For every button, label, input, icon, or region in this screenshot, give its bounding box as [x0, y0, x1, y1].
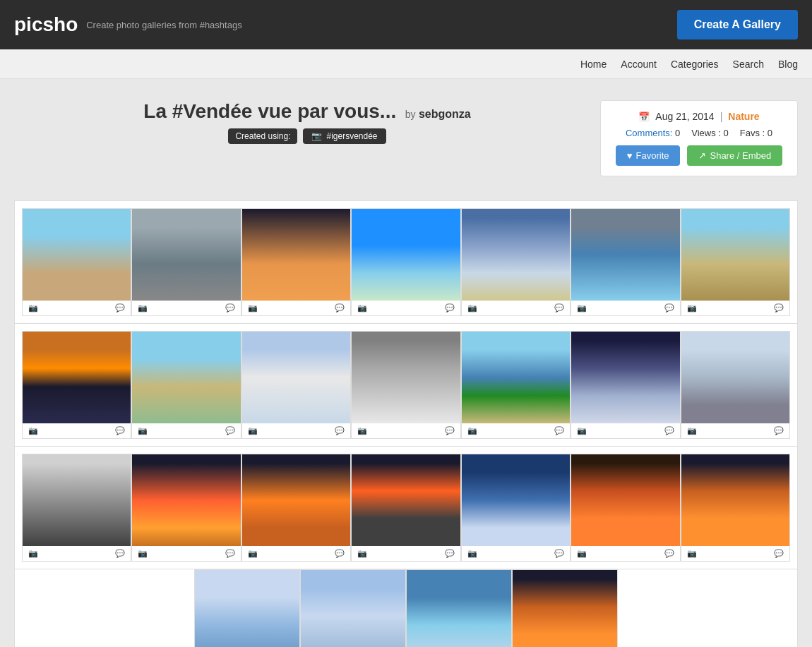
photo-image — [513, 570, 617, 647]
logo-area: picsho Create photo galleries from #hash… — [14, 13, 242, 36]
instagram-icon: 📷 — [467, 303, 477, 313]
photo-cell[interactable]: 📷 💬 — [681, 208, 790, 316]
comment-icon: 💬 — [554, 426, 564, 435]
photo-footer: 📷 💬 — [571, 423, 679, 438]
photo-cell[interactable]: 📷 💬 — [571, 454, 680, 562]
photo-footer: 📷 💬 — [23, 301, 131, 315]
favorite-button[interactable]: ♥ Favorite — [616, 145, 681, 166]
share-label: Share / Embed — [710, 150, 771, 161]
photo-cell[interactable]: 📷 💬 — [571, 331, 680, 439]
photo-image — [242, 209, 350, 301]
photo-image — [242, 332, 350, 423]
comment-icon: 💬 — [774, 549, 784, 558]
share-button[interactable]: ↗ Share / Embed — [687, 145, 782, 166]
create-gallery-button[interactable]: Create A Gallery — [677, 10, 798, 40]
comment-icon: 💬 — [774, 303, 784, 313]
photo-cell[interactable]: 📷 💬 — [241, 331, 351, 439]
instagram-icon: 📷 — [138, 426, 148, 435]
photo-image — [681, 454, 789, 546]
instagram-icon: 📷 — [138, 303, 148, 313]
photo-footer: 📷 💬 — [462, 546, 570, 561]
photo-image — [352, 454, 460, 546]
photo-cell[interactable]: 📷 💬 — [406, 569, 512, 647]
photo-image — [462, 209, 570, 301]
gallery-by-label: by — [405, 109, 416, 120]
photo-image — [571, 332, 679, 423]
nav-home[interactable]: Home — [580, 59, 607, 70]
views-count: 0 — [724, 128, 729, 138]
photo-image — [132, 209, 240, 301]
favorite-label: Favorite — [636, 150, 669, 161]
photo-grid-row3: 📷 💬 📷 💬 📷 💬 📷 💬 — [14, 447, 798, 569]
photo-cell[interactable]: 📷 💬 — [131, 331, 241, 439]
instagram-icon: 📷 — [28, 549, 38, 558]
gallery-title-area: La #Vendée vue par vous... by sebgonza C… — [14, 100, 600, 144]
comment-icon: 💬 — [664, 549, 674, 558]
photo-footer: 📷 💬 — [571, 301, 679, 315]
instagram-icon: 📷 — [357, 426, 367, 435]
photo-cell[interactable]: 📷 💬 — [131, 208, 241, 316]
comment-icon: 💬 — [115, 303, 125, 313]
photo-grid-row2: 📷 💬 📷 💬 📷 💬 📷 💬 — [14, 324, 798, 447]
photo-image — [242, 454, 350, 546]
instagram-icon: 📷 — [28, 303, 38, 313]
instagram-icon: 📷 — [577, 303, 587, 313]
photo-cell[interactable]: 📷 💬 — [461, 208, 571, 316]
comment-icon: 💬 — [335, 303, 345, 313]
meta-top: 📅 Aug 21, 2014 | Nature — [615, 111, 783, 122]
photo-image — [571, 454, 679, 546]
comments-stat: Comments: 0 — [626, 128, 680, 138]
nav-blog[interactable]: Blog — [778, 59, 798, 70]
photo-image — [681, 209, 789, 301]
photo-cell[interactable]: 📷 💬 — [351, 208, 460, 316]
photo-cell[interactable]: 📷 💬 — [300, 569, 406, 647]
instagram-icon: 📷 — [687, 426, 697, 435]
favs-stat: Favs : 0 — [740, 128, 772, 138]
photo-footer: 📷 💬 — [23, 546, 131, 561]
comment-icon: 💬 — [774, 426, 784, 435]
photo-cell[interactable]: 📷 💬 — [22, 331, 131, 439]
meta-category[interactable]: Nature — [728, 111, 759, 122]
comment-icon: 💬 — [115, 549, 125, 558]
photo-cell[interactable]: 📷 💬 — [681, 331, 790, 439]
photo-cell[interactable]: 📷 💬 — [512, 569, 618, 647]
photo-cell[interactable]: 📷 💬 — [22, 208, 131, 316]
photo-cell[interactable]: 📷 💬 — [131, 454, 241, 562]
nav-search[interactable]: Search — [733, 59, 764, 70]
heart-icon: ♥ — [627, 150, 633, 161]
photo-footer: 📷 💬 — [132, 423, 240, 438]
views-label: Views : — [691, 128, 721, 138]
photo-image — [132, 332, 240, 423]
comment-icon: 💬 — [225, 426, 235, 435]
instagram-icon: 📷 — [357, 303, 367, 313]
photo-cell[interactable]: 📷 💬 — [194, 569, 300, 647]
instagram-icon: 📷 — [577, 426, 587, 435]
photo-cell[interactable]: 📷 💬 — [571, 208, 680, 316]
photo-cell[interactable]: 📷 💬 — [681, 454, 790, 562]
share-icon: ↗ — [698, 150, 706, 161]
photo-cell[interactable]: 📷 💬 — [22, 454, 131, 562]
meta-separator: | — [720, 111, 723, 122]
comment-icon: 💬 — [335, 549, 345, 558]
photo-cell[interactable]: 📷 💬 — [241, 454, 351, 562]
hashtag-tag[interactable]: 📷 #igersvendée — [303, 128, 386, 144]
photo-grid-partial: 📷 💬 📷 💬 📷 💬 📷 💬 — [14, 569, 798, 647]
gallery-title: La #Vendée vue par vous... — [143, 100, 396, 122]
comments-link[interactable]: Comments: — [626, 128, 672, 138]
instagram-icon: 📷 — [138, 549, 148, 558]
photo-cell[interactable]: 📷 💬 — [351, 454, 460, 562]
photo-footer: 📷 💬 — [242, 301, 350, 315]
comment-icon: 💬 — [445, 426, 455, 435]
instagram-icon-sm: 📷 — [311, 131, 322, 141]
photo-cell[interactable]: 📷 💬 — [461, 331, 571, 439]
gallery-author: sebgonza — [419, 108, 471, 120]
photo-image — [407, 570, 511, 647]
comment-icon: 💬 — [115, 426, 125, 435]
comment-icon: 💬 — [664, 426, 674, 435]
nav-categories[interactable]: Categories — [671, 59, 719, 70]
nav-account[interactable]: Account — [621, 59, 657, 70]
photo-cell[interactable]: 📷 💬 — [351, 331, 460, 439]
photo-cell[interactable]: 📷 💬 — [461, 454, 571, 562]
photo-footer: 📷 💬 — [462, 423, 570, 438]
photo-cell[interactable]: 📷 💬 — [241, 208, 351, 316]
